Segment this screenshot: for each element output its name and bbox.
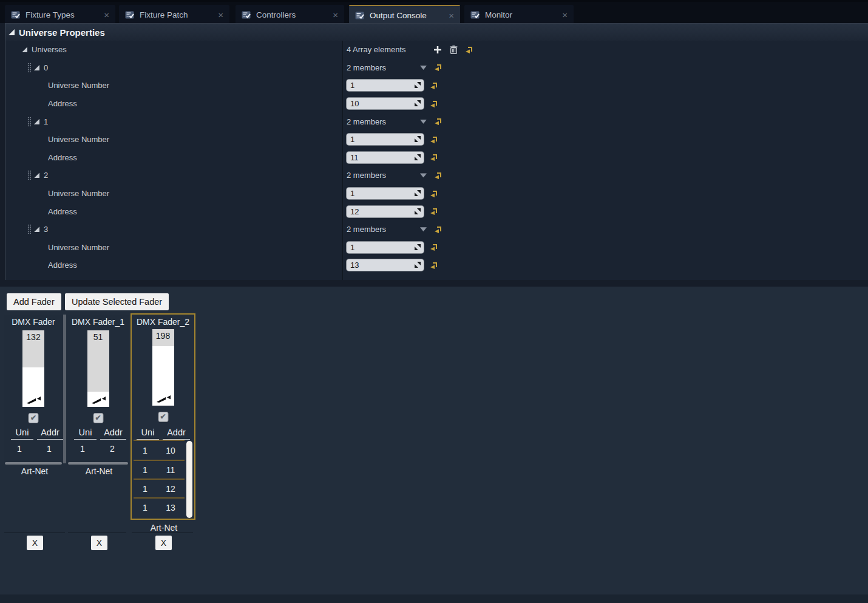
dmx-fader-widget[interactable]: DMX Fader_1 51 ✔ Uni Addr 1 2 [67, 315, 129, 465]
expander-icon[interactable] [8, 29, 15, 35]
patch-row[interactable]: 1 11 [134, 460, 185, 479]
reset-to-default-icon[interactable] [435, 64, 442, 71]
fader-name: DMX Fader [4, 315, 63, 328]
dmx-fader-widget-selected[interactable]: DMX Fader_2 198 ✔ Uni Addr 1 10 1 11 [131, 313, 195, 520]
window-footer [0, 594, 868, 603]
element-menu-icon[interactable] [420, 120, 427, 124]
reset-to-default-icon[interactable] [430, 82, 438, 89]
fader-slider[interactable]: 51 [87, 330, 109, 407]
address-input[interactable]: 13 [347, 259, 424, 271]
tab-output-console[interactable]: Output Console × [349, 5, 460, 25]
reset-to-default-icon[interactable] [430, 208, 438, 215]
drag-handle[interactable] [27, 117, 32, 127]
tab-monitor[interactable]: Monitor × [464, 5, 574, 25]
fader-enable-checkbox[interactable]: ✔ [29, 413, 39, 423]
spinbox-drag-icon [415, 190, 421, 196]
reset-to-default-icon[interactable] [430, 244, 438, 251]
document-check-icon [470, 10, 480, 19]
fader-slider[interactable]: 132 [22, 330, 44, 407]
vertical-scrollbar[interactable] [186, 441, 192, 518]
fader-splitter[interactable] [63, 315, 66, 463]
add-element-icon[interactable] [433, 46, 442, 54]
tab-close-icon[interactable]: × [333, 10, 338, 19]
drag-handle[interactable] [27, 63, 32, 73]
reset-to-default-icon[interactable] [430, 190, 438, 197]
protocol-label: Art-Net [4, 466, 65, 476]
reset-to-default-icon[interactable] [466, 46, 473, 53]
array-summary: 4 Array elements [347, 45, 426, 54]
address-input[interactable]: 12 [347, 206, 424, 217]
universe-number-input[interactable]: 1 [347, 188, 424, 199]
horizontal-scrollbar[interactable] [68, 462, 128, 465]
expander-icon[interactable] [34, 65, 39, 70]
reset-to-default-icon[interactable] [430, 100, 438, 107]
category-header[interactable]: Universe Properties [5, 23, 868, 41]
slider-drag-icon[interactable] [26, 395, 41, 404]
drag-handle[interactable] [27, 170, 32, 180]
tab-close-icon[interactable]: × [104, 10, 109, 19]
remove-fader-button[interactable]: X [155, 536, 172, 550]
delete-elements-icon[interactable] [450, 46, 458, 54]
uni-column-header: Uni [137, 428, 159, 440]
universe-number-input[interactable]: 1 [347, 134, 424, 145]
slider-drag-icon[interactable] [156, 394, 171, 403]
input-value: 12 [350, 207, 359, 216]
tab-label: Fixture Types [25, 10, 75, 19]
reset-to-default-icon[interactable] [430, 154, 438, 161]
patch-row[interactable]: 1 10 [134, 441, 185, 460]
fader-value: 51 [87, 332, 109, 342]
reset-to-default-icon[interactable] [435, 118, 442, 125]
tab-close-icon[interactable]: × [449, 11, 454, 20]
reset-to-default-icon[interactable] [435, 226, 442, 233]
property-row: Universe Number 1 [5, 77, 868, 95]
fader-enable-checkbox[interactable]: ✔ [158, 412, 168, 422]
element-menu-icon[interactable] [420, 173, 427, 177]
address-input[interactable]: 11 [347, 152, 424, 163]
expander-icon[interactable] [34, 227, 39, 232]
expander-icon[interactable] [34, 119, 39, 124]
remove-fader-button[interactable]: X [27, 536, 43, 550]
input-value: 1 [350, 243, 354, 252]
fader-footer-divider [68, 533, 126, 533]
reset-to-default-icon[interactable] [430, 262, 438, 269]
element-index: 0 [44, 63, 48, 72]
tab-close-icon[interactable]: × [562, 10, 568, 19]
fader-slider[interactable]: 198 [152, 329, 174, 406]
tab-controllers[interactable]: Controllers × [236, 5, 344, 25]
addr-value: 10 [157, 446, 185, 455]
tab-fixture-types[interactable]: Fixture Types × [5, 5, 115, 25]
patch-row[interactable]: 1 13 [134, 497, 185, 516]
tab-bar: Fixture Types × Fixture Patch × Controll… [0, 0, 868, 23]
patch-row[interactable]: 1 12 [134, 479, 185, 497]
uni-column-header: Uni [11, 428, 33, 440]
protocol-label: Art-Net [69, 466, 129, 476]
horizontal-scrollbar[interactable] [5, 462, 62, 465]
drag-handle[interactable] [27, 224, 32, 234]
tab-label: Fixture Patch [140, 10, 188, 19]
expander-icon[interactable] [34, 172, 39, 178]
tab-close-icon[interactable]: × [218, 10, 223, 19]
remove-fader-button[interactable]: X [91, 536, 107, 550]
addr-value: 11 [157, 465, 185, 475]
address-input[interactable]: 10 [347, 98, 424, 109]
reset-to-default-icon[interactable] [435, 172, 442, 179]
universe-number-input[interactable]: 1 [347, 242, 424, 253]
dmx-fader-widget[interactable]: DMX Fader 132 ✔ Uni Addr 1 1 [4, 315, 63, 465]
element-menu-icon[interactable] [420, 66, 427, 70]
output-console-window: Fixture Types × Fixture Patch × Controll… [0, 0, 868, 603]
reset-to-default-icon[interactable] [430, 136, 438, 143]
universe-number-input[interactable]: 1 [347, 80, 424, 91]
fader-enable-checkbox[interactable]: ✔ [93, 413, 103, 423]
tab-fixture-patch[interactable]: Fixture Patch × [119, 5, 229, 25]
element-menu-icon[interactable] [420, 227, 427, 231]
expander-icon[interactable] [22, 47, 27, 52]
document-check-icon [354, 11, 365, 20]
fader-console-section: Add Fader Update Selected Fader DMX Fade… [0, 287, 868, 603]
input-value: 1 [350, 81, 354, 90]
update-selected-fader-button[interactable]: Update Selected Fader [65, 293, 169, 310]
add-fader-button[interactable]: Add Fader [7, 293, 61, 310]
slider-drag-icon[interactable] [91, 395, 106, 404]
uni-value: 1 [134, 503, 157, 513]
tab-label: Controllers [256, 10, 296, 19]
uni-value: 1 [134, 446, 157, 455]
